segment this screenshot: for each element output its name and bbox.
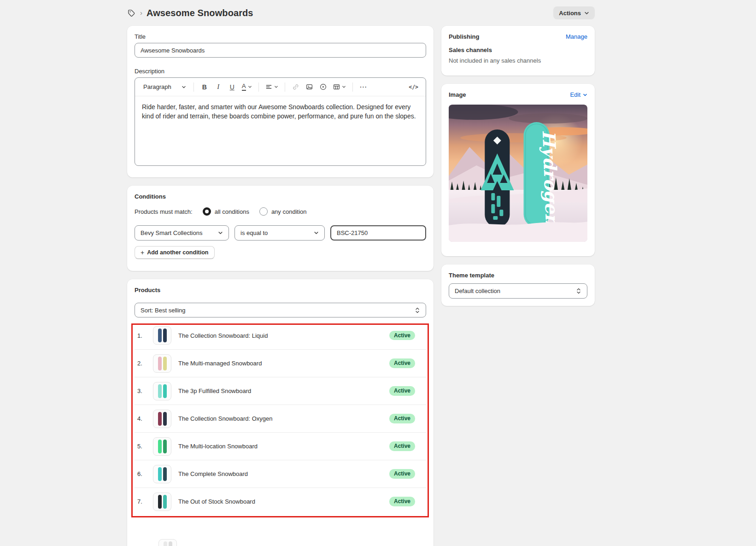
insert-table-button[interactable] bbox=[331, 81, 348, 93]
product-thumbnail bbox=[158, 539, 177, 546]
sales-channels-status: Not included in any sales channels bbox=[449, 57, 587, 64]
status-badge: Active bbox=[389, 386, 415, 395]
breadcrumb: › Awsesome Snowboards bbox=[127, 8, 253, 18]
editor-toolbar: Paragraph B I U A bbox=[135, 78, 426, 96]
condition-operator-select[interactable]: is equal to bbox=[234, 225, 325, 241]
status-badge: Active bbox=[389, 414, 415, 423]
link-icon[interactable] bbox=[290, 81, 302, 93]
product-index: 3. bbox=[137, 387, 147, 394]
chevron-down-icon bbox=[342, 85, 346, 89]
collection-detail-page: › Awsesome Snowboards Actions Title Desc… bbox=[0, 0, 756, 546]
chevron-down-icon bbox=[274, 85, 278, 89]
image-card: Image Edit bbox=[441, 84, 595, 256]
status-badge: Active bbox=[389, 441, 415, 451]
description-editor: Paragraph B I U A bbox=[135, 77, 426, 166]
product-thumbnail bbox=[153, 326, 171, 345]
match-label: Products must match: bbox=[135, 208, 193, 215]
chevron-down-icon bbox=[584, 11, 589, 16]
status-badge: Active bbox=[389, 331, 415, 340]
status-badge: Active bbox=[389, 469, 415, 478]
show-html-button[interactable]: </> bbox=[407, 81, 420, 93]
collection-image[interactable]: Hydrogen bbox=[449, 105, 587, 242]
product-list-item[interactable]: 7. The Out of Stock Snowboard Active bbox=[135, 487, 426, 515]
select-stepper-icon bbox=[576, 288, 581, 294]
chevron-down-icon bbox=[248, 85, 252, 89]
theme-template-select[interactable]: Default collection bbox=[449, 283, 587, 299]
conditions-heading: Conditions bbox=[135, 193, 426, 200]
image-heading: Image bbox=[449, 91, 466, 98]
product-index: 1. bbox=[137, 332, 147, 339]
product-list-item[interactable]: 6. The Complete Snowboard Active bbox=[135, 460, 426, 487]
product-thumbnail bbox=[153, 465, 171, 483]
product-index: 6. bbox=[137, 470, 147, 477]
product-list-item[interactable]: 4. The Collection Snowboard: Oxygen Acti… bbox=[135, 405, 426, 432]
product-thumbnail bbox=[153, 437, 171, 456]
product-title-link[interactable]: The Complete Snowboard bbox=[178, 470, 248, 477]
title-input[interactable] bbox=[135, 43, 426, 58]
product-thumbnail bbox=[153, 493, 171, 511]
more-formatting-button[interactable]: ⋯ bbox=[357, 81, 369, 93]
conditions-card: Conditions Products must match: all cond… bbox=[127, 186, 434, 271]
tag-icon[interactable] bbox=[127, 9, 136, 18]
status-badge: Active bbox=[389, 358, 415, 368]
insert-image-icon[interactable] bbox=[304, 81, 316, 93]
products-heading: Products bbox=[135, 287, 426, 294]
product-title-link[interactable]: The Multi-managed Snowboard bbox=[178, 360, 262, 367]
bold-button[interactable]: B bbox=[199, 81, 211, 93]
product-title-link[interactable]: The Multi-location Snowboard bbox=[178, 443, 258, 450]
product-list-item[interactable]: 1. The Collection Snowboard: Liquid Acti… bbox=[135, 322, 426, 349]
product-index: 7. bbox=[137, 498, 147, 505]
product-title-link[interactable]: The Collection Snowboard: Oxygen bbox=[178, 415, 273, 422]
product-list-item[interactable]: 5. The Multi-location Snowboard Active bbox=[135, 432, 426, 460]
product-index: 2. bbox=[137, 360, 147, 367]
toolbar-divider bbox=[285, 82, 285, 92]
sort-select[interactable]: Sort: Best selling bbox=[135, 303, 426, 317]
select-stepper-icon bbox=[415, 307, 420, 314]
actions-button[interactable]: Actions bbox=[553, 6, 595, 19]
product-list-item[interactable]: 2. The Multi-managed Snowboard Active bbox=[135, 349, 426, 377]
radio-any-condition[interactable]: any condition bbox=[259, 207, 307, 216]
product-thumbnail bbox=[153, 382, 171, 400]
publishing-heading: Publishing bbox=[449, 33, 479, 40]
title-description-card: Title Description Paragraph B I U A bbox=[127, 26, 434, 177]
breadcrumb-separator: › bbox=[140, 9, 142, 17]
title-label: Title bbox=[135, 33, 426, 40]
manage-link[interactable]: Manage bbox=[566, 33, 587, 40]
radio-all-label: all conditions bbox=[215, 208, 249, 215]
paragraph-style-dropdown[interactable]: Paragraph bbox=[141, 81, 189, 93]
chevron-down-icon bbox=[182, 85, 186, 89]
product-index: 4. bbox=[137, 415, 147, 422]
toolbar-divider bbox=[352, 82, 353, 92]
radio-selected-icon bbox=[203, 207, 211, 216]
description-textarea[interactable]: Ride harder, faster, and smarter with ou… bbox=[135, 96, 426, 127]
italic-button[interactable]: I bbox=[212, 81, 224, 93]
product-index: 5. bbox=[137, 443, 147, 450]
product-title-link[interactable]: The Collection Snowboard: Liquid bbox=[178, 332, 268, 339]
radio-all-conditions[interactable]: all conditions bbox=[203, 207, 249, 216]
condition-field-select[interactable]: Bevy Smart Collections bbox=[135, 225, 229, 241]
product-title-link[interactable]: The Out of Stock Snowboard bbox=[178, 498, 255, 505]
edit-image-link[interactable]: Edit bbox=[570, 91, 587, 98]
board-brand-text: Hydrogen bbox=[539, 130, 563, 227]
radio-any-label: any condition bbox=[271, 208, 307, 215]
plus-icon: + bbox=[141, 249, 144, 256]
product-list-item[interactable]: 3. The 3p Fulfilled Snowboard Active bbox=[135, 377, 426, 405]
page-header: › Awsesome Snowboards Actions bbox=[127, 0, 595, 26]
publishing-card: Publishing Manage Sales channels Not inc… bbox=[441, 26, 595, 76]
underline-button[interactable]: U bbox=[226, 81, 238, 93]
chevron-down-icon bbox=[218, 230, 223, 235]
page-title: Awsesome Snowboards bbox=[147, 8, 253, 18]
add-condition-button[interactable]: + Add another condition bbox=[135, 246, 215, 259]
sales-channels-label: Sales channels bbox=[449, 47, 587, 53]
chevron-down-icon bbox=[314, 230, 319, 235]
description-label: Description bbox=[135, 68, 426, 75]
text-color-button[interactable]: A bbox=[240, 81, 254, 93]
status-badge: Active bbox=[389, 497, 415, 506]
product-title-link[interactable]: The 3p Fulfilled Snowboard bbox=[178, 387, 251, 394]
product-thumbnail bbox=[153, 410, 171, 428]
product-thumbnail bbox=[153, 354, 171, 373]
theme-template-heading: Theme template bbox=[449, 272, 587, 279]
alignment-button[interactable] bbox=[264, 81, 280, 93]
condition-value-input[interactable] bbox=[330, 225, 426, 241]
insert-video-icon[interactable] bbox=[317, 81, 329, 93]
